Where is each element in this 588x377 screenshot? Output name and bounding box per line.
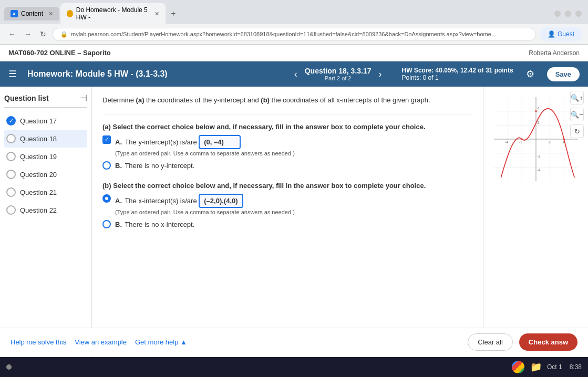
part-b-radio-a[interactable] (102, 194, 111, 203)
url-box[interactable]: 🔒 mylab.pearson.com/Student/PlayerHomewo… (53, 28, 536, 41)
get-more-help-button[interactable]: Get more help ▲ (135, 338, 187, 346)
chrome-taskbar-icon[interactable] (511, 360, 525, 374)
user-name: Roberta Anderson (529, 49, 580, 57)
url-text: mylab.pearson.com/Student/PlayerHomework… (71, 31, 528, 37)
new-tab-button[interactable]: + (167, 7, 180, 20)
lock-icon: 🔒 (60, 31, 68, 38)
tab-content-label: Content (21, 10, 43, 17)
address-bar: ← → ↻ 🔒 mylab.pearson.com/Student/Player… (0, 24, 588, 44)
part-a-option-a-text: A. The y-intercept(s) is/are (0, –4) (Ty… (115, 135, 295, 157)
guest-button[interactable]: 👤 Guest (540, 27, 582, 41)
bottom-links: Help me solve this View an example Get m… (11, 338, 187, 346)
part-a-radio-a[interactable]: ✓ (102, 135, 111, 144)
tab-content-close[interactable]: ✕ (48, 11, 53, 17)
y-intercept-answer-box[interactable]: (0, –4) (199, 135, 241, 150)
svg-text:-4: -4 (537, 168, 540, 172)
part-b-label: (b) Select the correct choice below and,… (102, 182, 472, 190)
svg-point-19 (563, 138, 564, 140)
part-a-option-b-text: B. There is no y-intercept. (115, 161, 194, 171)
maximize-button[interactable] (565, 11, 571, 17)
svg-point-20 (535, 110, 537, 112)
menu-icon[interactable]: ☰ (8, 68, 17, 80)
graph-tools: 🔍+ 🔍− ↻ (570, 91, 584, 138)
question-info: Question 18, 3.3.17 Part 2 of 2 (305, 67, 372, 81)
sidebar-collapse-button[interactable]: ⊣ (80, 93, 87, 103)
part-a-option-a[interactable]: ✓ A. The y-intercept(s) is/are (0, –4) (… (102, 135, 472, 157)
view-example-button[interactable]: View an example (75, 338, 127, 346)
tab-homework[interactable]: Do Homework - Module 5 HW - ✕ (60, 3, 166, 24)
part-b-option-b[interactable]: B. There is no x-intercept. (102, 219, 472, 230)
prev-question-button[interactable]: ‹ (291, 68, 301, 81)
settings-button[interactable]: ⚙ (526, 68, 534, 80)
sidebar-header: Question list ⊣ (4, 93, 87, 103)
minimize-button[interactable] (554, 11, 561, 17)
part-a-option-b[interactable]: B. There is no y-intercept. (102, 161, 472, 171)
clear-all-button[interactable]: Clear all (468, 333, 513, 351)
q20-label: Question 20 (20, 171, 57, 179)
back-button[interactable]: ← (6, 28, 18, 40)
guest-label: Guest (558, 30, 574, 38)
help-me-solve-button[interactable]: Help me solve this (11, 338, 66, 346)
refresh-button[interactable]: ↻ (38, 28, 48, 40)
sidebar-item-q18[interactable]: Question 18 (4, 130, 87, 148)
folder-icon: 📁 (530, 361, 542, 373)
window-controls (552, 8, 584, 19)
part-a-hint: (Type an ordered pair. Use a comma to se… (115, 150, 295, 156)
q21-label: Question 21 (20, 188, 57, 196)
svg-point-18 (521, 138, 522, 140)
sidebar-item-q20[interactable]: Question 20 (4, 165, 87, 183)
question-sub: Part 2 of 2 (305, 75, 372, 81)
homework-favicon (67, 10, 73, 17)
q20-status-icon (6, 170, 16, 179)
q18-label: Question 18 (20, 135, 57, 143)
q19-status-icon (6, 152, 16, 161)
question-label: Question 18, 3.3.17 (305, 67, 372, 75)
course-title: MAT060-702 ONLINE – Saporito (8, 49, 111, 57)
folder-taskbar-icon[interactable]: 📁 (529, 360, 543, 374)
tab-content[interactable]: A Content ✕ (4, 7, 59, 20)
q17-status-icon: ✓ (6, 116, 16, 125)
hw-title: Homework: Module 5 HW - (3.1-3.3) (27, 69, 283, 79)
next-question-button[interactable]: › (376, 68, 385, 81)
tab-bar: A Content ✕ Do Homework - Module 5 HW - … (0, 0, 588, 24)
hw-score: HW Score: 40.05%, 12.42 of 31 points (402, 67, 513, 74)
guest-icon: 👤 (548, 30, 555, 38)
save-button[interactable]: Save (547, 67, 580, 81)
sidebar-item-q22[interactable]: Question 22 (4, 201, 87, 219)
q21-status-icon (6, 187, 16, 197)
part-a-label: (a) Select the correct choice below and,… (102, 123, 472, 131)
sidebar-item-q17[interactable]: ✓ Question 17 (4, 112, 87, 130)
svg-text:-2: -2 (537, 154, 540, 158)
taskbar-indicator (6, 364, 12, 370)
part-a-radio-b[interactable] (102, 161, 111, 170)
part-b-option-a-text: A. The x-intercept(s) is/are (–2,0),(4,0… (115, 194, 295, 216)
sidebar-item-q21[interactable]: Question 21 (4, 183, 87, 201)
part-b-section: (b) Select the correct choice below and,… (102, 182, 472, 230)
bottom-bar: Help me solve this View an example Get m… (0, 328, 588, 356)
forward-button[interactable]: → (22, 28, 34, 40)
hw-points: Points: 0 of 1 (402, 74, 513, 81)
svg-text:2: 2 (537, 121, 539, 124)
svg-text:2: 2 (549, 140, 551, 144)
svg-text:-4: -4 (505, 140, 508, 144)
zoom-in-button[interactable]: 🔍+ (570, 91, 584, 104)
hw-header: ☰ Homework: Module 5 HW - (3.1-3.3) ‹ Qu… (0, 61, 588, 87)
tab-homework-label: Do Homework - Module 5 HW - (76, 6, 149, 21)
tab-homework-close[interactable]: ✕ (154, 11, 159, 17)
sidebar-item-q19[interactable]: Question 19 (4, 148, 87, 165)
q18-status-icon (6, 134, 16, 143)
part-b-hint: (Type an ordered pair. Use a comma to se… (115, 209, 295, 215)
sidebar-title: Question list (4, 94, 49, 102)
os-taskbar: 📁 Oct 1 8:38 (0, 357, 588, 377)
close-button[interactable] (575, 11, 582, 17)
x-intercept-answer-box[interactable]: (–2,0),(4,0) (199, 194, 243, 208)
zoom-out-button[interactable]: 🔍− (570, 108, 584, 121)
taskbar-icons: 📁 (511, 360, 543, 374)
taskbar-time: 8:38 (570, 363, 582, 371)
rotate-button[interactable]: ↻ (570, 124, 584, 138)
part-b-radio-b[interactable] (102, 220, 111, 228)
check-answer-button[interactable]: Check answ (519, 333, 577, 351)
app-header: MAT060-702 ONLINE – Saporito Roberta And… (0, 45, 588, 61)
svg-text:-2: -2 (519, 140, 522, 144)
part-b-option-a[interactable]: A. The x-intercept(s) is/are (–2,0),(4,0… (102, 194, 472, 216)
